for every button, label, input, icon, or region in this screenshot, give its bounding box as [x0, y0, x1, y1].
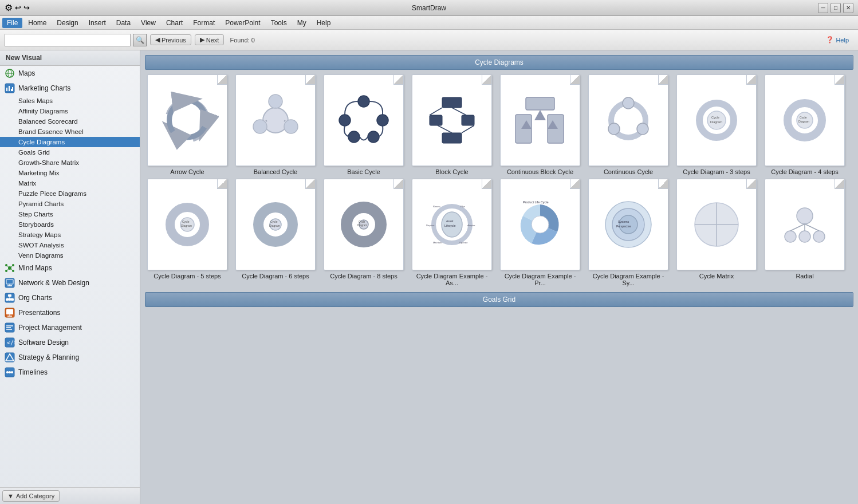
menu-data[interactable]: Data [112, 18, 135, 28]
card-page-cycle-4[interactable]: Cycle Diagram [765, 74, 845, 166]
sidebar-item-presentations[interactable]: Presentations [0, 305, 140, 320]
sidebar-item-strategyplanning[interactable]: Strategy & Planning [0, 350, 140, 365]
diagram-card-cycle-8[interactable]: Cycle Diagram Cycle Diagram - 8 steps [321, 179, 406, 286]
svg-text:Dispose: Dispose [426, 224, 435, 227]
sidebar-subitem-matrix[interactable]: Matrix [0, 178, 140, 188]
previous-button[interactable]: ◀ Previous [150, 34, 191, 45]
diagram-card-cycle-3[interactable]: Cycle Diagram Cycle Diagram - 3 steps [674, 74, 759, 175]
diagram-card-balanced-cycle[interactable]: Balanced Cycle [233, 74, 318, 175]
redo-btn[interactable]: ↪ [23, 3, 30, 12]
sidebar-item-softwaredesign[interactable]: </> Software Design [0, 335, 140, 350]
add-category-button[interactable]: ▼ Add Category [2, 490, 60, 502]
card-page-cycle-ex-as[interactable]: Asset Lifecycle Plan Acquire Operate Mai… [412, 179, 492, 270]
svg-marker-70 [534, 110, 546, 120]
menu-help[interactable]: Help [312, 18, 336, 28]
sidebar-subitem-brand[interactable]: Brand Essence Wheel [0, 127, 140, 137]
card-page-cycle-5[interactable]: Cycle Diagram [147, 179, 227, 270]
menu-my[interactable]: My [293, 18, 311, 28]
card-page-cycle-8[interactable]: Cycle Diagram [324, 179, 404, 270]
svg-point-108 [532, 216, 549, 233]
svg-text:Diagram: Diagram [181, 224, 192, 227]
sidebar-item-maps[interactable]: Maps [0, 66, 140, 81]
diagram-card-basic-cycle[interactable]: Basic Cycle [321, 74, 406, 175]
balanced-cycle-svg [244, 89, 307, 152]
card-page-balanced-cycle[interactable] [235, 74, 316, 166]
sidebar-subitem-balanced[interactable]: Balanced Scorecard [0, 116, 140, 127]
card-page-block-cycle[interactable] [412, 74, 492, 166]
diagram-card-cycle-5[interactable]: Cycle Diagram Cycle Diagram - 5 steps [145, 179, 230, 286]
close-btn[interactable]: ✕ [843, 3, 853, 13]
network-label: Network & Web Design [18, 279, 89, 287]
sidebar-subitem-salesmaps[interactable]: Sales Maps [0, 96, 140, 106]
sidebar-item-network[interactable]: Network & Web Design [0, 275, 140, 290]
presentations-icon [5, 308, 15, 318]
sidebar-subitem-puzzle[interactable]: Puzzle Piece Diagrams [0, 188, 140, 199]
menu-format[interactable]: Format [188, 18, 219, 28]
menu-powerpoint[interactable]: PowerPoint [221, 18, 265, 28]
undo-btn[interactable]: ↩ [15, 3, 21, 12]
diagram-card-cycle-matrix[interactable]: Cycle Matrix [674, 179, 759, 286]
diagram-card-cycle-ex-sy[interactable]: Systems Perspective Cycle Diagram Exampl… [586, 179, 671, 286]
card-page-cycle-3[interactable]: Cycle Diagram [676, 74, 757, 166]
menu-view[interactable]: View [136, 18, 160, 28]
diagram-card-cycle-4[interactable]: Cycle Diagram Cycle Diagram - 4 steps [762, 74, 847, 175]
sidebar-subitem-pyramid[interactable]: Pyramid Charts [0, 199, 140, 209]
card-page-cycle-ex-pr[interactable]: Product Life Cycle [500, 179, 580, 270]
help-button[interactable]: ❓ Help [821, 35, 853, 45]
svg-line-63 [452, 108, 466, 115]
card-page-radial[interactable] [765, 179, 845, 270]
search-input[interactable] [5, 34, 131, 46]
menu-tools[interactable]: Tools [266, 18, 292, 28]
card-page-cycle-6[interactable]: Cycle Diagram [235, 179, 316, 270]
svg-point-56 [368, 131, 379, 143]
menu-chart[interactable]: Chart [162, 18, 187, 28]
menu-design[interactable]: Design [52, 18, 82, 28]
sidebar-subitem-growthshare[interactable]: Growth-Share Matrix [0, 158, 140, 168]
sidebar-item-marketing[interactable]: Marketing Charts [0, 81, 140, 96]
svg-point-57 [348, 131, 360, 143]
sidebar-item-timelines[interactable]: Timelines [0, 365, 140, 380]
sidebar-subitem-goals[interactable]: Goals Grid [0, 147, 140, 158]
diagram-card-continuous-block-cycle[interactable]: Continuous Block Cycle [498, 74, 583, 175]
diagram-card-block-cycle[interactable]: Block Cycle [410, 74, 494, 175]
sidebar-scroll[interactable]: Maps Marketing Charts Sales Maps Affinit… [0, 66, 140, 487]
sidebar-subitem-affinity[interactable]: Affinity Diagrams [0, 106, 140, 116]
card-page-cycle-ex-sy[interactable]: Systems Perspective [588, 179, 668, 270]
diagram-card-arrow-cycle[interactable]: Arrow Cycle [145, 74, 230, 175]
diagram-card-continuous-cycle[interactable]: Continuous Cycle [586, 74, 671, 175]
sidebar-subitem-step[interactable]: Step Charts [0, 209, 140, 219]
sidebar-subitem-storyboards[interactable]: Storyboards [0, 219, 140, 230]
continuous-cycle-svg [597, 89, 660, 152]
menu-file[interactable]: File [2, 18, 22, 28]
maximize-btn[interactable]: □ [831, 3, 841, 13]
sidebar-subitem-cycle[interactable]: Cycle Diagrams [0, 137, 140, 147]
diagram-card-cycle-ex-as[interactable]: Asset Lifecycle Plan Acquire Operate Mai… [410, 179, 494, 286]
sidebar-subitem-swot[interactable]: SWOT Analysis [0, 240, 140, 250]
diagram-card-cycle-ex-pr[interactable]: Product Life Cycle Cycle Diagram Example… [498, 179, 583, 286]
sidebar: New Visual Maps Ma [0, 50, 140, 504]
sidebar-subitem-venn[interactable]: Venn Diagrams [0, 250, 140, 261]
card-page-arrow-cycle[interactable] [147, 74, 227, 166]
menu-insert[interactable]: Insert [84, 18, 111, 28]
sidebar-item-mindmaps[interactable]: Mind Maps [0, 261, 140, 275]
sidebar-subitem-strategymaps[interactable]: Strategy Maps [0, 230, 140, 240]
card-page-basic-cycle[interactable] [324, 74, 404, 166]
sidebar-subitem-marketingmix[interactable]: Marketing Mix [0, 168, 140, 178]
diagram-card-radial[interactable]: Radial [762, 179, 847, 286]
sidebar-item-orgcharts[interactable]: Org Charts [0, 290, 140, 305]
content-area[interactable]: Cycle Diagrams [140, 50, 858, 504]
diagram-card-cycle-6[interactable]: Cycle Diagram Cycle Diagram - 6 steps [233, 179, 318, 286]
card-label-cycle-8: Cycle Diagram - 8 steps [330, 273, 397, 279]
projectmgmt-label: Project Management [18, 324, 82, 332]
menu-home[interactable]: Home [23, 18, 51, 28]
next-button[interactable]: ▶ Next [195, 34, 225, 45]
card-page-cycle-matrix[interactable] [676, 179, 757, 270]
svg-text:Acquire: Acquire [467, 224, 475, 227]
svg-rect-26 [9, 298, 11, 301]
card-page-continuous-block-cycle[interactable] [500, 74, 580, 166]
search-button[interactable]: 🔍 [133, 34, 147, 46]
sidebar-item-projectmgmt[interactable]: Project Management [0, 320, 140, 335]
card-page-continuous-cycle[interactable] [588, 74, 668, 166]
minimize-btn[interactable]: ─ [818, 3, 828, 13]
svg-line-65 [438, 125, 452, 133]
